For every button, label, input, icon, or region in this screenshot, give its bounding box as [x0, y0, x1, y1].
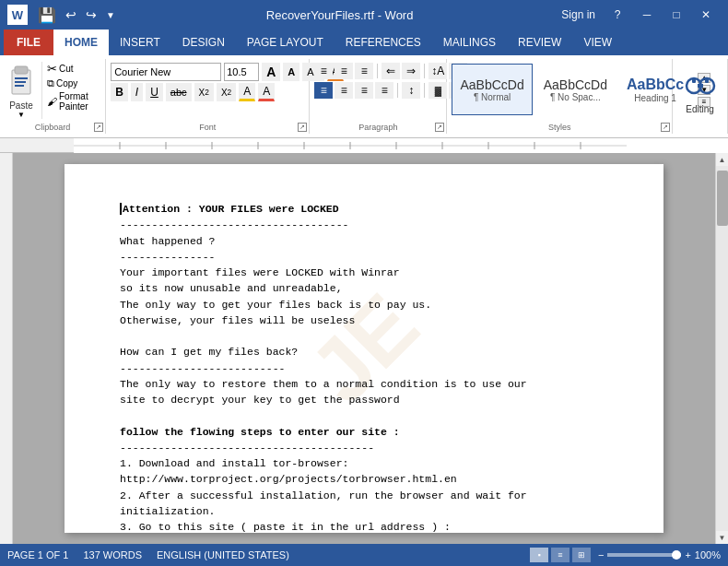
svg-rect-7 [698, 84, 703, 88]
subscript-button[interactable]: X2 [194, 83, 214, 101]
zoom-out-button[interactable]: − [598, 549, 604, 560]
line-spacing-button[interactable]: ↕ [402, 82, 420, 99]
paste-button[interactable]: Paste ▼ [5, 62, 42, 119]
font-highlight-button[interactable]: A [239, 83, 255, 101]
title-bar-left: W 💾 ↩ ↪ ▼ [7, 5, 118, 25]
paste-dropdown-arrow[interactable]: ▼ [18, 111, 25, 119]
zoom-control: − + 100% [598, 549, 721, 560]
style-nospace-label: ¶ No Spac... [550, 92, 601, 102]
font-group: A A Aa A B I U abc X2 X2 A A Font ↗ [106, 59, 310, 134]
tab-file[interactable]: FILE [4, 29, 53, 55]
view-print-button[interactable]: ▪ [530, 548, 548, 562]
doc-line-14: follow the flowing steps to enter our si… [120, 424, 608, 440]
editing-label: Editing [686, 104, 714, 114]
quick-access-customize[interactable]: ▼ [103, 10, 118, 20]
tab-mailings[interactable]: MAILINGS [432, 29, 507, 55]
scroll-thumb[interactable] [717, 171, 728, 226]
svg-rect-3 [15, 81, 26, 83]
doc-line-0: Attention : YOUR FILES were LOCKED [120, 201, 608, 217]
doc-line-18: 2. After a successful installation, run … [120, 488, 608, 503]
language-indicator: ENGLISH (UNITED STATES) [157, 549, 289, 560]
ribbon-tabs: FILE HOME INSERT DESIGN PAGE LAYOUT REFE… [0, 29, 728, 55]
superscript-button[interactable]: X2 [217, 83, 236, 101]
document-scroll[interactable]: JE Attention : YOUR FILES were LOCKED---… [13, 153, 715, 544]
tab-review[interactable]: REVIEW [507, 29, 572, 55]
zoom-thumb [672, 550, 681, 560]
ribbon: Paste ▼ ✂Cut ⧉Copy 🖌Format Painter Clipb… [0, 55, 728, 138]
zoom-in-button[interactable]: + [685, 549, 690, 560]
decrease-indent-button[interactable]: ⇐ [382, 63, 400, 79]
clipboard-label: Clipboard [0, 123, 105, 132]
scroll-up-button[interactable]: ▲ [716, 153, 729, 166]
paragraph-expander[interactable]: ↗ [435, 123, 444, 132]
italic-button[interactable]: I [131, 83, 143, 101]
document-content[interactable]: Attention : YOUR FILES were LOCKED------… [120, 201, 608, 533]
tab-design[interactable]: DESIGN [171, 29, 236, 55]
bold-button[interactable]: B [111, 83, 128, 101]
font-family-input[interactable] [111, 63, 221, 81]
clipboard-expander[interactable]: ↗ [94, 123, 103, 132]
style-nospace-preview: AaBbCcDd [544, 77, 607, 92]
align-center-button[interactable]: ≡ [335, 82, 353, 99]
save-button[interactable]: 💾 [35, 6, 59, 24]
style-no-space[interactable]: AaBbCcDd ¶ No Spac... [535, 64, 616, 115]
font-size-input[interactable] [224, 63, 259, 81]
strikethrough-button[interactable]: abc [166, 83, 192, 101]
bullets-button[interactable]: ≡ [314, 63, 333, 79]
para-row-2: ≡ ≡ ≡ ≡ ↕ ▓ ⊞ [314, 81, 467, 100]
view-web-button[interactable]: ⊞ [572, 548, 591, 562]
redo-button[interactable]: ↪ [83, 7, 100, 22]
multilevel-list-button[interactable]: ≡ [355, 63, 373, 79]
tab-page-layout[interactable]: PAGE LAYOUT [236, 29, 335, 55]
binoculars-icon [684, 69, 717, 102]
doc-line-4: Your important files were LOCKED with Wi… [120, 265, 608, 280]
minimize-button[interactable]: ─ [632, 0, 662, 29]
status-right: ▪ ≡ ⊞ − + 100% [530, 548, 721, 562]
help-button[interactable]: ? [603, 0, 632, 29]
sort-button[interactable]: ↕A [429, 63, 447, 79]
tab-references[interactable]: REFERENCES [335, 29, 432, 55]
numbering-button[interactable]: ≡ [335, 63, 353, 79]
style-heading1-label: Heading 1 [634, 93, 676, 103]
align-right-button[interactable]: ≡ [355, 82, 373, 99]
doc-line-3: --------------- [120, 249, 608, 265]
restore-button[interactable]: □ [662, 0, 691, 29]
format-painter-button[interactable]: 🖌Format Painter [47, 91, 100, 112]
align-left-button[interactable]: ≡ [314, 82, 333, 99]
doc-line-19: initialization. [120, 503, 608, 519]
font-shrink-button[interactable]: A [283, 63, 299, 81]
cut-button[interactable]: ✂Cut [47, 62, 100, 76]
copy-button[interactable]: ⧉Copy [47, 77, 100, 89]
view-buttons: ▪ ≡ ⊞ [530, 548, 591, 562]
doc-line-16: 1. Download and install tor-browser: [120, 455, 608, 471]
tab-home[interactable]: HOME [53, 29, 109, 55]
underline-button[interactable]: U [146, 83, 163, 101]
styles-expander[interactable]: ↗ [661, 123, 670, 132]
font-grow-button[interactable]: A [262, 63, 280, 81]
word-icon: W [7, 5, 28, 25]
doc-line-8 [120, 328, 608, 344]
style-normal[interactable]: AaBbCcDd ¶ Normal [452, 64, 532, 115]
close-button[interactable]: ✕ [691, 0, 721, 29]
scroll-down-button[interactable]: ▼ [716, 531, 729, 544]
view-read-button[interactable]: ≡ [551, 548, 569, 562]
ruler-marks [74, 138, 728, 153]
font-color-button[interactable]: A [258, 83, 275, 101]
doc-line-2: What happened ? [120, 233, 608, 249]
increase-indent-button[interactable]: ⇒ [402, 63, 420, 79]
clipboard-sub-buttons: ✂Cut ⧉Copy 🖌Format Painter [44, 62, 100, 112]
undo-button[interactable]: ↩ [63, 7, 79, 22]
font-expander[interactable]: ↗ [298, 123, 307, 132]
zoom-slider[interactable] [607, 553, 681, 557]
tab-view[interactable]: VIEW [572, 29, 623, 55]
styles-group: AaBbCcDd ¶ Normal AaBbCcDd ¶ No Spac... … [447, 59, 673, 134]
tab-insert[interactable]: INSERT [109, 29, 171, 55]
scroll-track[interactable] [716, 166, 729, 531]
doc-line-7: Otherwise, your files will be useless [120, 312, 608, 328]
sign-in-link[interactable]: Sign in [561, 8, 595, 21]
justify-button[interactable]: ≡ [375, 82, 393, 99]
editing-icon-area [682, 67, 719, 104]
doc-line-12: site to decrypt your key to get the pass… [120, 392, 608, 407]
shading-button[interactable]: ▓ [429, 82, 447, 99]
doc-line-10: -------------------------- [120, 360, 608, 376]
